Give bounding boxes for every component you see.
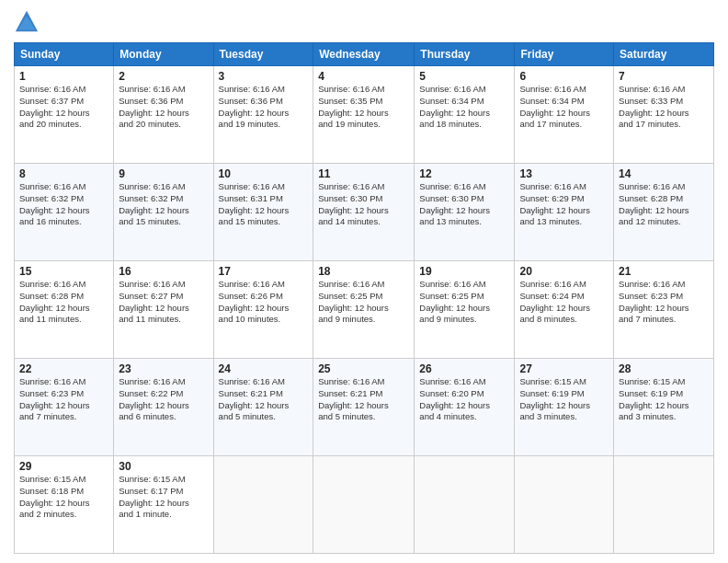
calendar-cell: 12Sunrise: 6:16 AM Sunset: 6:30 PM Dayli… [415, 164, 515, 261]
calendar-cell: 19Sunrise: 6:16 AM Sunset: 6:25 PM Dayli… [415, 261, 515, 359]
day-info: Sunrise: 6:16 AM Sunset: 6:22 PM Dayligh… [119, 376, 208, 423]
calendar-cell: 26Sunrise: 6:16 AM Sunset: 6:20 PM Dayli… [415, 359, 515, 456]
day-number: 1 [19, 70, 108, 83]
day-number: 9 [119, 167, 208, 180]
calendar-cell: 4Sunrise: 6:16 AM Sunset: 6:35 PM Daylig… [313, 66, 415, 164]
day-number: 29 [19, 460, 108, 473]
calendar-week-row: 22Sunrise: 6:16 AM Sunset: 6:23 PM Dayli… [15, 359, 714, 456]
calendar-cell: 21Sunrise: 6:16 AM Sunset: 6:23 PM Dayli… [614, 261, 714, 359]
calendar-cell: 22Sunrise: 6:16 AM Sunset: 6:23 PM Dayli… [15, 359, 114, 456]
day-info: Sunrise: 6:16 AM Sunset: 6:37 PM Dayligh… [19, 84, 108, 131]
day-number: 3 [219, 70, 309, 83]
day-number: 17 [219, 265, 309, 278]
calendar-cell: 9Sunrise: 6:16 AM Sunset: 6:32 PM Daylig… [114, 164, 213, 261]
calendar-cell [415, 456, 515, 554]
calendar-cell: 25Sunrise: 6:16 AM Sunset: 6:21 PM Dayli… [313, 359, 415, 456]
calendar-cell: 2Sunrise: 6:16 AM Sunset: 6:36 PM Daylig… [114, 66, 213, 164]
day-info: Sunrise: 6:16 AM Sunset: 6:21 PM Dayligh… [219, 376, 309, 423]
day-number: 15 [19, 265, 108, 278]
day-info: Sunrise: 6:16 AM Sunset: 6:30 PM Dayligh… [318, 181, 409, 228]
calendar-cell [313, 456, 415, 554]
calendar-cell: 20Sunrise: 6:16 AM Sunset: 6:24 PM Dayli… [515, 261, 614, 359]
calendar-header-monday: Monday [114, 43, 213, 66]
day-number: 6 [519, 70, 609, 83]
day-info: Sunrise: 6:16 AM Sunset: 6:27 PM Dayligh… [119, 279, 208, 326]
day-number: 23 [119, 362, 208, 375]
day-number: 8 [19, 167, 108, 180]
calendar-cell: 23Sunrise: 6:16 AM Sunset: 6:22 PM Dayli… [114, 359, 213, 456]
day-number: 14 [619, 167, 709, 180]
calendar-cell: 3Sunrise: 6:16 AM Sunset: 6:36 PM Daylig… [213, 66, 313, 164]
calendar-cell: 18Sunrise: 6:16 AM Sunset: 6:25 PM Dayli… [313, 261, 415, 359]
day-number: 4 [318, 70, 409, 83]
calendar-cell: 29Sunrise: 6:15 AM Sunset: 6:18 PM Dayli… [15, 456, 114, 554]
day-number: 22 [19, 362, 108, 375]
calendar-cell: 5Sunrise: 6:16 AM Sunset: 6:34 PM Daylig… [415, 66, 515, 164]
calendar-cell: 11Sunrise: 6:16 AM Sunset: 6:30 PM Dayli… [313, 164, 415, 261]
calendar-cell: 16Sunrise: 6:16 AM Sunset: 6:27 PM Dayli… [114, 261, 213, 359]
calendar-cell: 1Sunrise: 6:16 AM Sunset: 6:37 PM Daylig… [15, 66, 114, 164]
day-number: 21 [619, 265, 709, 278]
day-number: 18 [318, 265, 409, 278]
calendar-cell: 28Sunrise: 6:15 AM Sunset: 6:19 PM Dayli… [614, 359, 714, 456]
day-info: Sunrise: 6:16 AM Sunset: 6:29 PM Dayligh… [519, 181, 609, 228]
calendar-cell: 27Sunrise: 6:15 AM Sunset: 6:19 PM Dayli… [515, 359, 614, 456]
calendar-header-row: SundayMondayTuesdayWednesdayThursdayFrid… [15, 43, 714, 66]
calendar-cell [614, 456, 714, 554]
day-number: 28 [619, 362, 709, 375]
calendar-week-row: 1Sunrise: 6:16 AM Sunset: 6:37 PM Daylig… [15, 66, 714, 164]
day-number: 20 [519, 265, 609, 278]
day-info: Sunrise: 6:16 AM Sunset: 6:32 PM Dayligh… [119, 181, 208, 228]
day-info: Sunrise: 6:16 AM Sunset: 6:35 PM Dayligh… [318, 84, 409, 131]
calendar-header-sunday: Sunday [15, 43, 114, 66]
day-number: 13 [519, 167, 609, 180]
calendar-cell: 14Sunrise: 6:16 AM Sunset: 6:28 PM Dayli… [614, 164, 714, 261]
calendar-week-row: 29Sunrise: 6:15 AM Sunset: 6:18 PM Dayli… [15, 456, 714, 554]
day-number: 25 [318, 362, 409, 375]
day-info: Sunrise: 6:16 AM Sunset: 6:34 PM Dayligh… [419, 84, 509, 131]
logo-icon [14, 9, 40, 35]
calendar-cell [213, 456, 313, 554]
calendar-cell: 10Sunrise: 6:16 AM Sunset: 6:31 PM Dayli… [213, 164, 313, 261]
day-info: Sunrise: 6:15 AM Sunset: 6:19 PM Dayligh… [519, 376, 609, 423]
calendar-week-row: 15Sunrise: 6:16 AM Sunset: 6:28 PM Dayli… [15, 261, 714, 359]
day-info: Sunrise: 6:15 AM Sunset: 6:18 PM Dayligh… [19, 474, 108, 521]
day-info: Sunrise: 6:16 AM Sunset: 6:20 PM Dayligh… [419, 376, 509, 423]
day-number: 16 [119, 265, 208, 278]
day-number: 19 [419, 265, 509, 278]
day-info: Sunrise: 6:16 AM Sunset: 6:34 PM Dayligh… [519, 84, 609, 131]
day-number: 26 [419, 362, 509, 375]
day-info: Sunrise: 6:16 AM Sunset: 6:25 PM Dayligh… [318, 279, 409, 326]
day-info: Sunrise: 6:16 AM Sunset: 6:21 PM Dayligh… [318, 376, 409, 423]
calendar-header-thursday: Thursday [415, 43, 515, 66]
day-info: Sunrise: 6:16 AM Sunset: 6:25 PM Dayligh… [419, 279, 509, 326]
day-number: 7 [619, 70, 709, 83]
day-info: Sunrise: 6:16 AM Sunset: 6:31 PM Dayligh… [219, 181, 309, 228]
calendar-header-tuesday: Tuesday [213, 43, 313, 66]
day-info: Sunrise: 6:16 AM Sunset: 6:32 PM Dayligh… [19, 181, 108, 228]
day-number: 11 [318, 167, 409, 180]
day-number: 5 [419, 70, 509, 83]
day-info: Sunrise: 6:15 AM Sunset: 6:19 PM Dayligh… [619, 376, 709, 423]
calendar-cell [515, 456, 614, 554]
day-info: Sunrise: 6:16 AM Sunset: 6:28 PM Dayligh… [619, 181, 709, 228]
calendar-cell: 8Sunrise: 6:16 AM Sunset: 6:32 PM Daylig… [15, 164, 114, 261]
day-info: Sunrise: 6:16 AM Sunset: 6:33 PM Dayligh… [619, 84, 709, 131]
calendar-cell: 17Sunrise: 6:16 AM Sunset: 6:26 PM Dayli… [213, 261, 313, 359]
calendar-table: SundayMondayTuesdayWednesdayThursdayFrid… [14, 42, 714, 554]
logo [14, 9, 43, 35]
day-number: 10 [219, 167, 309, 180]
page: SundayMondayTuesdayWednesdayThursdayFrid… [0, 0, 728, 563]
day-number: 30 [119, 460, 208, 473]
calendar-cell: 13Sunrise: 6:16 AM Sunset: 6:29 PM Dayli… [515, 164, 614, 261]
day-info: Sunrise: 6:16 AM Sunset: 6:28 PM Dayligh… [19, 279, 108, 326]
day-info: Sunrise: 6:16 AM Sunset: 6:23 PM Dayligh… [19, 376, 108, 423]
day-info: Sunrise: 6:16 AM Sunset: 6:36 PM Dayligh… [119, 84, 208, 131]
day-info: Sunrise: 6:15 AM Sunset: 6:17 PM Dayligh… [119, 474, 208, 521]
day-info: Sunrise: 6:16 AM Sunset: 6:23 PM Dayligh… [619, 279, 709, 326]
calendar-cell: 24Sunrise: 6:16 AM Sunset: 6:21 PM Dayli… [213, 359, 313, 456]
day-number: 2 [119, 70, 208, 83]
calendar-header-friday: Friday [515, 43, 614, 66]
day-number: 27 [519, 362, 609, 375]
day-info: Sunrise: 6:16 AM Sunset: 6:26 PM Dayligh… [219, 279, 309, 326]
